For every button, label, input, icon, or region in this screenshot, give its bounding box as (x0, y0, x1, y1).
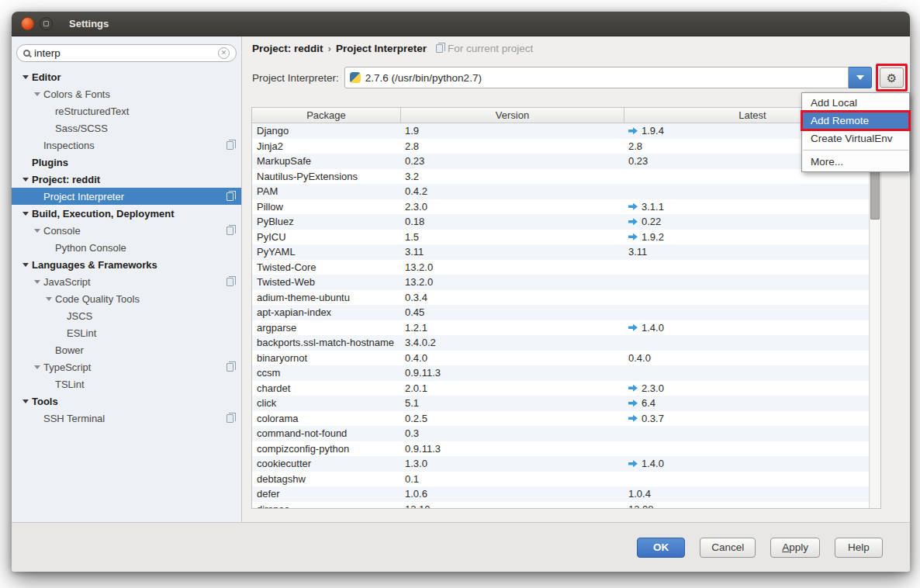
sidebar-item-javascript[interactable]: JavaScript (12, 273, 241, 290)
titlebar[interactable]: Settings (12, 12, 910, 36)
table-row[interactable]: backports.ssl-match-hostname 3.4.0.2 (252, 335, 880, 351)
table-row[interactable]: click 5.1 6.4 (252, 396, 880, 411)
help-button[interactable]: Help (835, 538, 883, 558)
sidebar-item-tslint[interactable]: TSLint (12, 375, 241, 393)
chevron-down-icon[interactable] (34, 229, 40, 233)
chevron-down-icon[interactable] (34, 365, 40, 369)
chevron-down-icon[interactable] (34, 92, 40, 96)
chevron-down-icon[interactable] (22, 263, 29, 267)
sidebar-item-project-reddit[interactable]: Project: reddit (12, 171, 241, 188)
menu-item-add-remote[interactable]: Add Remote (802, 112, 909, 130)
sidebar-item-plugins[interactable]: Plugins (12, 154, 241, 171)
sidebar-item-tools[interactable]: Tools (12, 393, 241, 410)
close-icon[interactable] (21, 17, 34, 30)
cancel-button[interactable]: Cancel (700, 538, 756, 558)
table-row[interactable]: cookiecutter 1.3.0 1.4.0 (252, 456, 880, 472)
interpreter-dropdown-button[interactable] (849, 67, 872, 88)
maximize-icon[interactable] (40, 17, 53, 30)
interpreter-combobox[interactable]: 2.7.6 (/usr/bin/python2.7) (344, 67, 849, 88)
cell-latest: 3.11 (624, 246, 880, 258)
cell-version: 0.23 (401, 155, 624, 167)
sidebar-item-build-execution-deployment[interactable]: Build, Execution, Deployment (12, 205, 241, 222)
sidebar-item-colors-fonts[interactable]: Colors & Fonts (12, 85, 241, 102)
sidebar-item-jscs[interactable]: JSCS (12, 307, 241, 324)
sidebar-item-restructuredtext[interactable]: reStructuredText (12, 102, 241, 119)
sidebar-item-project-interpreter[interactable]: Project Interpreter (12, 188, 241, 205)
gear-button[interactable] (880, 67, 904, 88)
table-row[interactable]: PyICU 1.5 1.9.2 (252, 230, 880, 245)
chevron-down-icon[interactable] (22, 399, 29, 403)
cell-latest: 13.08 (624, 503, 880, 509)
table-scrollbar[interactable] (869, 123, 880, 508)
table-row[interactable]: MarkupSafe 0.23 0.23 (252, 154, 880, 169)
clear-search-icon[interactable] (218, 47, 230, 59)
cell-version: 0.1 (401, 473, 624, 485)
table-row[interactable]: compizconfig-python 0.9.11.3 (252, 441, 880, 457)
breadcrumb-separator: › (328, 43, 332, 54)
settings-search-field[interactable] (16, 44, 237, 62)
settings-window: Settings Editor Colors & Fonts reStructu… (12, 12, 910, 572)
sidebar-item-sass-scss[interactable]: Sass/SCSS (12, 119, 241, 137)
table-row[interactable]: Pillow 2.3.0 3.1.1 (252, 199, 880, 215)
sidebar-item-ssh-terminal[interactable]: SSH Terminal (12, 410, 241, 427)
cell-latest: 0.3.7 (624, 413, 880, 424)
table-row[interactable]: Twisted-Web 13.2.0 (252, 275, 880, 290)
gear-context-menu: Add LocalAdd RemoteCreate VirtualEnvMore… (801, 92, 910, 172)
table-row[interactable]: PyBluez 0.18 0.22 (252, 214, 880, 230)
table-row[interactable]: argparse 1.2.1 1.4.0 (252, 320, 880, 336)
chevron-down-icon[interactable] (22, 75, 29, 79)
sidebar-item-bower[interactable]: Bower (12, 341, 241, 358)
table-row[interactable]: PAM 0.4.2 (252, 184, 880, 199)
menu-item-add-local[interactable]: Add Local (802, 94, 909, 112)
table-row[interactable]: Django 1.9 1.9.4 (252, 123, 880, 139)
table-row[interactable]: defer 1.0.6 1.0.4 (252, 486, 880, 502)
sidebar-item-editor[interactable]: Editor (12, 68, 241, 85)
copy-icon (227, 227, 233, 235)
table-row[interactable]: adium-theme-ubuntu 0.3.4 (252, 290, 880, 306)
search-input[interactable] (34, 47, 218, 59)
upgrade-arrow-icon (628, 126, 638, 135)
table-row[interactable]: apt-xapian-index 0.45 (252, 305, 880, 320)
apply-button[interactable]: Apply (770, 538, 820, 558)
table-row[interactable]: PyYAML 3.11 3.11 (252, 244, 880, 260)
breadcrumb-page[interactable]: Project Interpreter (336, 43, 427, 54)
sidebar-item-typescript[interactable]: TypeScript (12, 358, 241, 375)
breadcrumb-project[interactable]: Project: reddit (252, 43, 323, 54)
upgrade-arrow-icon (628, 384, 638, 393)
table-row[interactable]: dirspec 13.10 13.08 (252, 502, 880, 510)
table-row[interactable]: Twisted-Core 13.2.0 (252, 260, 880, 275)
table-row[interactable]: colorama 0.2.5 0.3.7 (252, 411, 880, 427)
cell-latest: 0.4.0 (624, 352, 880, 364)
table-row[interactable]: ccsm 0.9.11.3 (252, 365, 880, 381)
ok-button[interactable]: OK (637, 538, 685, 558)
cell-latest: 2.3.0 (624, 382, 880, 394)
column-header-version[interactable]: Version (401, 108, 624, 123)
scrollbar-thumb[interactable] (870, 170, 880, 220)
chevron-down-icon[interactable] (22, 212, 29, 216)
table-row[interactable]: command-not-found 0.3 (252, 426, 880, 441)
cell-latest: 1.4.0 (624, 322, 880, 334)
column-header-package[interactable]: Package (252, 108, 401, 123)
cell-version: 0.3 (401, 427, 624, 439)
sidebar-item-eslint[interactable]: ESLint (12, 324, 241, 341)
cell-package: PyICU (252, 231, 401, 243)
table-row[interactable]: debtagshw 0.1 (252, 472, 880, 487)
sidebar-item-python-console[interactable]: Python Console (12, 239, 241, 256)
menu-item-more[interactable]: More... (802, 153, 909, 171)
sidebar-item-code-quality-tools[interactable]: Code Quality Tools (12, 290, 241, 307)
cell-package: Twisted-Web (252, 276, 401, 288)
table-row[interactable]: binaryornot 0.4.0 0.4.0 (252, 351, 880, 366)
sidebar-item-languages-frameworks[interactable]: Languages & Frameworks (12, 256, 241, 273)
menu-item-create-virtualenv[interactable]: Create VirtualEnv (802, 130, 909, 147)
table-row[interactable]: Nautilus-PyExtensions 3.2 (252, 169, 880, 185)
sidebar-item-console[interactable]: Console (12, 222, 241, 239)
package-table: Package Version Latest Django 1.9 1.9.4 … (251, 107, 881, 509)
chevron-down-icon[interactable] (22, 178, 29, 182)
chevron-down-icon[interactable] (34, 280, 40, 284)
table-row[interactable]: chardet 2.0.1 2.3.0 (252, 381, 880, 396)
cell-version: 0.9.11.3 (401, 367, 624, 379)
cell-version: 3.2 (401, 171, 624, 182)
sidebar-item-inspections[interactable]: Inspections (12, 137, 241, 154)
table-row[interactable]: Jinja2 2.8 2.8 (252, 139, 880, 154)
chevron-down-icon[interactable] (46, 297, 52, 301)
